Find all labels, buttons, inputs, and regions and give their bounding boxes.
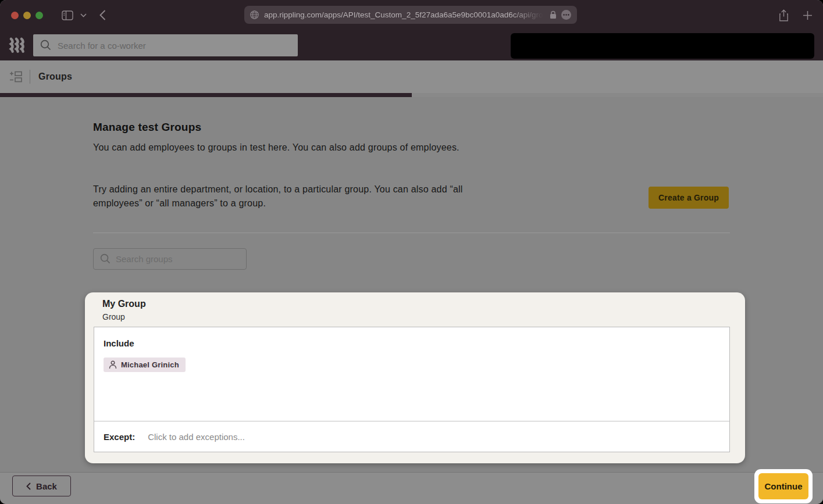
continue-button[interactable]: Continue (758, 473, 808, 499)
person-icon (109, 360, 117, 369)
back-button[interactable]: Back (12, 476, 71, 496)
wizard-progress-fill (0, 93, 412, 97)
include-label: Include (104, 338, 134, 348)
sidebar-toggle-icon[interactable] (62, 10, 73, 20)
page-title: Manage test Groups (93, 121, 201, 134)
tab-bar: Groups (0, 60, 823, 97)
rippling-logo-icon[interactable] (9, 37, 26, 56)
close-window-button[interactable] (11, 12, 19, 19)
except-placeholder: Click to add exceptions... (148, 432, 245, 442)
wizard-progress-track (0, 93, 823, 97)
continue-highlight: Continue (754, 469, 813, 503)
page-settings-icon[interactable] (561, 10, 571, 20)
minimize-window-button[interactable] (23, 12, 31, 19)
globe-icon (250, 10, 259, 19)
traffic-lights (11, 12, 43, 19)
back-button-label: Back (36, 481, 57, 491)
member-chip[interactable]: Michael Grinich (104, 358, 186, 372)
url-text: app.rippling.com/apps/API/test_Custom_2_… (264, 10, 546, 19)
page-tip: Try adding an entire department, or loca… (93, 183, 471, 210)
redacted-account-area (511, 33, 814, 59)
lock-icon (550, 10, 557, 19)
tab-groups[interactable]: Groups (38, 72, 72, 82)
group-name: My Group (102, 299, 146, 309)
except-row[interactable]: Except: Click to add exceptions... (94, 421, 729, 452)
include-section[interactable]: Include Michael Grinich (94, 327, 729, 421)
chevron-down-icon[interactable] (80, 13, 87, 17)
group-search-input[interactable] (93, 248, 247, 270)
share-icon[interactable] (779, 9, 789, 22)
main-content: Manage test Groups You can add employees… (0, 97, 823, 472)
chevron-left-icon (26, 482, 31, 490)
wizard-footer: Back Continue (0, 472, 823, 504)
address-bar[interactable]: app.rippling.com/apps/API/test_Custom_2_… (244, 6, 577, 24)
app-header (0, 30, 823, 60)
zoom-window-button[interactable] (35, 12, 43, 19)
new-tab-icon[interactable] (803, 10, 813, 20)
coworker-search-input[interactable] (33, 34, 298, 56)
except-label: Except: (104, 432, 135, 442)
group-card: My Group Group Include Michael Grinich (85, 292, 745, 463)
group-type: Group (102, 312, 125, 321)
browser-window: app.rippling.com/apps/API/test_Custom_2_… (0, 0, 823, 504)
back-navigation-icon[interactable] (99, 10, 106, 20)
group-rule-box: Include Michael Grinich Except: Click (94, 327, 730, 452)
page-intro: You can add employees to groups in test … (93, 141, 471, 155)
member-name: Michael Grinich (121, 360, 179, 369)
create-group-button[interactable]: Create a Group (649, 187, 729, 209)
browser-chrome: app.rippling.com/apps/API/test_Custom_2_… (0, 0, 823, 30)
section-divider (93, 233, 730, 233)
group-list-icon (9, 71, 22, 83)
tab-divider (30, 70, 30, 84)
